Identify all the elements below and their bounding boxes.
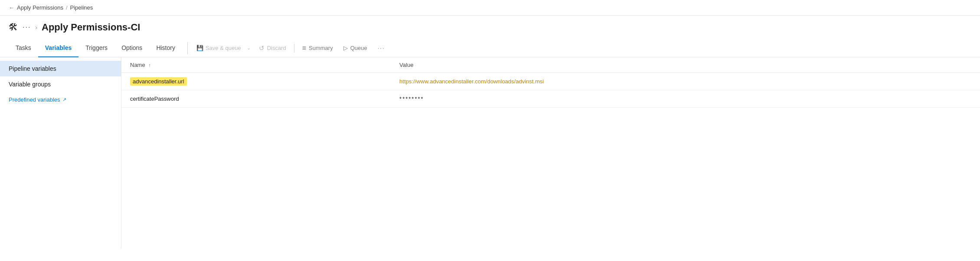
- queue-button[interactable]: ▷ Queue: [339, 42, 372, 54]
- dropdown-chevron-icon: ⌄: [247, 45, 251, 51]
- page-title: Apply Permissions-CI: [42, 22, 140, 33]
- variable-name-highlighted: advancedinstaller.url: [130, 77, 187, 86]
- column-value-label: Value: [399, 62, 413, 68]
- save-queue-main-button[interactable]: 💾 Save & queue: [193, 42, 245, 54]
- nav-toolbar: Tasks Variables Triggers Options History…: [0, 39, 980, 57]
- external-link-icon: ↗: [62, 97, 66, 102]
- column-header-value: Value: [391, 57, 980, 73]
- sort-arrow-icon: ↑: [148, 63, 151, 68]
- variable-value-cell[interactable]: ********: [391, 90, 980, 108]
- back-icon: ←: [9, 4, 14, 11]
- content-area: Name ↑ Value advancedinstaller.url https…: [121, 57, 980, 249]
- save-queue-dropdown-button[interactable]: ⌄: [245, 43, 253, 53]
- main-content: Pipeline variables Variable groups Prede…: [0, 57, 980, 249]
- tab-tasks[interactable]: Tasks: [9, 39, 38, 57]
- save-icon: 💾: [196, 45, 203, 51]
- variable-name-cell[interactable]: advancedinstaller.url: [121, 73, 391, 90]
- variable-value-masked: ********: [399, 96, 424, 102]
- building-icon: 🛠: [9, 22, 18, 33]
- variable-name-plain: certificatePassword: [130, 96, 179, 102]
- table-row: advancedinstaller.url https://www.advanc…: [121, 73, 980, 90]
- column-header-name[interactable]: Name ↑: [121, 57, 391, 73]
- save-queue-label: Save & queue: [206, 45, 241, 51]
- tab-triggers[interactable]: Triggers: [78, 39, 114, 57]
- variable-value-url: https://www.advancedinstaller.com/downlo…: [399, 78, 544, 85]
- discard-button[interactable]: ↺ Discard: [255, 42, 291, 55]
- variable-name-cell[interactable]: certificatePassword: [121, 90, 391, 108]
- queue-label: Queue: [350, 45, 367, 51]
- breadcrumb-sep: /: [66, 4, 68, 11]
- chevron-right-icon: ›: [35, 24, 37, 31]
- breadcrumb: ← Apply Permissions / Pipelines: [0, 0, 980, 16]
- summary-button[interactable]: ≡ Summary: [298, 42, 337, 55]
- pipeline-variables-label: Pipeline variables: [9, 65, 56, 72]
- sidebar-item-variable-groups[interactable]: Variable groups: [0, 76, 121, 92]
- breadcrumb-pipelines: Pipelines: [70, 4, 93, 11]
- variable-groups-label: Variable groups: [9, 81, 51, 88]
- sidebar-item-pipeline-variables[interactable]: Pipeline variables: [0, 61, 121, 76]
- more-icon: ···: [378, 45, 385, 51]
- tab-history[interactable]: History: [149, 39, 182, 57]
- summary-icon: ≡: [302, 44, 306, 52]
- table-row: certificatePassword ********: [121, 90, 980, 108]
- nav-tabs: Tasks Variables Triggers Options History: [9, 39, 182, 57]
- page-header: 🛠 ··· › Apply Permissions-CI: [0, 16, 980, 39]
- column-name-label: Name: [130, 62, 145, 68]
- save-queue-button-group: 💾 Save & queue ⌄: [193, 42, 253, 54]
- tab-options[interactable]: Options: [114, 39, 149, 57]
- nav-divider: [187, 42, 188, 54]
- variable-value-cell[interactable]: https://www.advancedinstaller.com/downlo…: [391, 73, 980, 90]
- breadcrumb-apply-permissions[interactable]: Apply Permissions: [17, 4, 63, 11]
- summary-label: Summary: [309, 45, 333, 51]
- sidebar: Pipeline variables Variable groups Prede…: [0, 57, 121, 249]
- toolbar-actions: 💾 Save & queue ⌄ ↺ Discard ≡ Summary ▷ Q…: [193, 42, 971, 55]
- ellipsis-menu[interactable]: ···: [23, 23, 31, 31]
- discard-icon: ↺: [259, 44, 265, 52]
- toolbar-separator: [294, 44, 294, 53]
- more-options-button[interactable]: ···: [373, 42, 389, 54]
- queue-icon: ▷: [343, 45, 348, 51]
- sidebar-predefined-variables-link[interactable]: Predefined variables ↗: [0, 92, 121, 107]
- discard-label: Discard: [267, 45, 286, 51]
- predefined-variables-label: Predefined variables: [9, 96, 60, 103]
- tab-variables[interactable]: Variables: [38, 39, 79, 57]
- variables-table: Name ↑ Value advancedinstaller.url https…: [121, 57, 980, 108]
